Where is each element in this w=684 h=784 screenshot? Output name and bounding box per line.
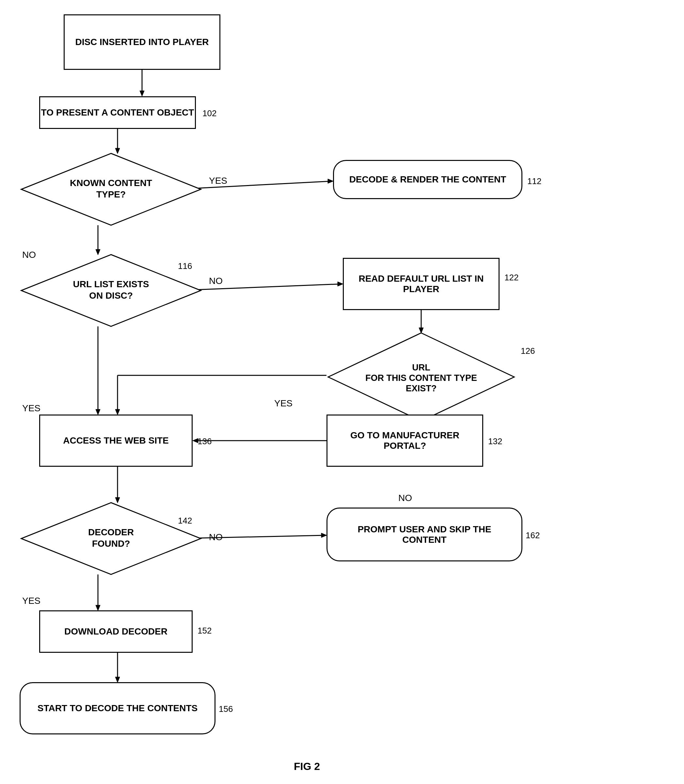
svg-marker-5 [328, 179, 333, 184]
svg-text:EXIST?: EXIST? [406, 383, 437, 393]
ref-152: 152 [197, 626, 211, 636]
present-content-label: TO PRESENT A CONTENT OBJECT [41, 107, 194, 118]
decoder-found-node: DECODER FOUND? [19, 501, 202, 576]
prompt-user-node: PROMPT USER AND SKIP THECONTENT [326, 507, 523, 562]
start-decode-node: START TO DECODE THE CONTENTS [19, 682, 216, 734]
access-web-node: ACCESS THE WEB SITE [39, 415, 193, 467]
ref-142: 142 [178, 516, 192, 526]
start-decode-label: START TO DECODE THE CONTENTS [37, 703, 198, 713]
ref-162: 162 [526, 530, 540, 541]
no-label-url-exist: NO [398, 493, 412, 503]
ref-136: 136 [197, 436, 211, 446]
svg-text:KNOWN CONTENT: KNOWN CONTENT [70, 178, 152, 188]
url-list-exists-node: URL LIST EXISTS ON DISC? [19, 253, 202, 328]
no-label-decoder: NO [209, 532, 223, 543]
yes-label-decoder: YES [22, 596, 40, 606]
svg-text:FOUND?: FOUND? [92, 539, 130, 549]
ref-112: 112 [527, 176, 541, 187]
manufacturer-portal-label: GO TO MANUFACTURERPORTAL? [350, 430, 460, 451]
disc-inserted-node: DISC INSERTED INTO PLAYER [64, 14, 220, 70]
svg-marker-1 [140, 91, 144, 96]
ref-156: 156 [219, 704, 233, 714]
svg-marker-30 [115, 677, 120, 683]
no-label-known-content: NO [22, 250, 36, 260]
ref-122: 122 [505, 272, 518, 283]
access-web-label: ACCESS THE WEB SITE [63, 435, 169, 446]
decode-render-node: DECODE & RENDER THE CONTENT [333, 160, 523, 199]
svg-text:URL LIST EXISTS: URL LIST EXISTS [73, 279, 149, 289]
svg-text:TYPE?: TYPE? [96, 189, 126, 200]
svg-text:FOR THIS CONTENT TYPE: FOR THIS CONTENT TYPE [365, 373, 477, 383]
manufacturer-portal-node: GO TO MANUFACTURERPORTAL? [326, 415, 483, 467]
prompt-user-label: PROMPT USER AND SKIP THECONTENT [358, 524, 491, 545]
svg-marker-15 [115, 409, 120, 415]
yes-label-url-list: YES [22, 403, 40, 414]
read-default-url-node: READ DEFAULT URL LIST INPLAYER [343, 258, 500, 310]
flowchart-diagram: DISC INSERTED INTO PLAYER TO PRESENT A C… [0, 0, 684, 784]
disc-inserted-label: DISC INSERTED INTO PLAYER [75, 37, 209, 47]
ref-102: 102 [202, 108, 216, 119]
yes-label-known-content: YES [209, 175, 227, 186]
svg-marker-28 [96, 605, 100, 611]
svg-text:DECODER: DECODER [88, 527, 134, 537]
ref-132: 132 [488, 436, 502, 446]
download-decoder-label: DOWNLOAD DECODER [65, 626, 168, 637]
download-decoder-node: DOWNLOAD DECODER [39, 610, 193, 653]
svg-marker-26 [321, 533, 327, 538]
decode-render-label: DECODE & RENDER THE CONTENT [349, 174, 507, 185]
ref-116: 116 [178, 261, 192, 271]
yes-label-url-exist: YES [274, 398, 292, 409]
read-default-url-label: READ DEFAULT URL LIST INPLAYER [358, 274, 484, 295]
svg-text:URL: URL [412, 363, 430, 372]
no-label-url-list: NO [209, 276, 223, 286]
known-content-node: KNOWN CONTENT TYPE? [19, 152, 202, 227]
url-exist-node: URL FOR THIS CONTENT TYPE EXIST? [326, 331, 516, 423]
svg-marker-9 [337, 282, 343, 286]
figure-caption: FIG 2 [294, 760, 320, 773]
ref-126: 126 [521, 346, 535, 356]
svg-text:ON DISC?: ON DISC? [89, 290, 133, 301]
present-content-node: TO PRESENT A CONTENT OBJECT [39, 96, 196, 129]
svg-marker-22 [96, 409, 100, 415]
